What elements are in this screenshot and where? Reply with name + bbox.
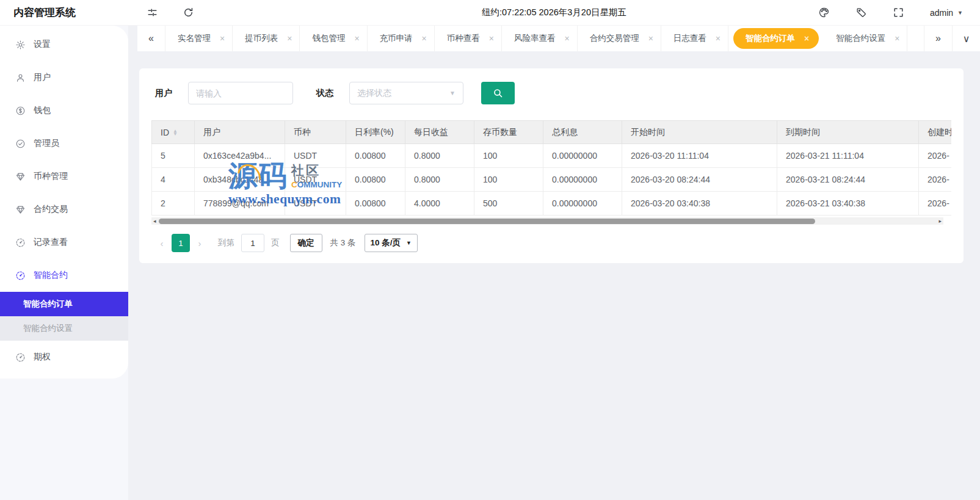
column-header[interactable]: ID▲▼	[152, 121, 195, 144]
user-icon	[15, 73, 26, 83]
tabs-collapse-right-icon[interactable]: »	[924, 26, 952, 51]
tab-item[interactable]: 钱包管理×	[300, 26, 367, 51]
table-row[interactable]: 40xb348cbc1c4a...USDT0.008000.80001000.0…	[152, 168, 952, 192]
fullscreen-icon[interactable]	[893, 7, 904, 18]
tab-label: 日志查看	[673, 33, 706, 44]
sidebar-item-settings[interactable]: 设置	[0, 28, 128, 61]
sidebar-item-contract-trade[interactable]: 合约交易	[0, 193, 128, 226]
clock-icon	[15, 352, 26, 363]
sidebar-item-label: 用户	[34, 72, 51, 83]
column-header: 日利率(%)	[346, 121, 405, 144]
tab-label: 提币列表	[245, 33, 278, 44]
table-cell: 0.8000	[405, 168, 474, 192]
close-icon[interactable]: ×	[564, 34, 569, 43]
scrollbar-thumb[interactable]	[159, 219, 815, 224]
menu-fold-icon[interactable]	[147, 7, 158, 18]
app-logo: 内容管理系统	[0, 0, 128, 26]
page-number-button[interactable]: 1	[172, 234, 190, 252]
close-icon[interactable]: ×	[648, 34, 653, 43]
status-select-placeholder: 选择状态	[357, 88, 391, 99]
table-cell: 500	[474, 192, 543, 216]
tab-item[interactable]: 智能合约设置×	[824, 26, 907, 51]
table-cell: USDT	[285, 168, 346, 192]
tab-label: 合约交易管理	[590, 33, 639, 44]
total-count-label: 共 3 条	[330, 237, 356, 248]
next-page-icon[interactable]: ›	[192, 238, 208, 248]
sort-icon[interactable]: ▲▼	[173, 130, 178, 136]
tab-item[interactable]: 提币列表×	[233, 26, 300, 51]
sidebar-item-records[interactable]: 记录查看	[0, 226, 128, 259]
column-header: 存币数量	[474, 121, 543, 144]
tab-label: 实名管理	[178, 33, 211, 44]
gear-icon	[15, 40, 26, 50]
column-header-label: 存币数量	[483, 127, 517, 137]
sidebar-subitem[interactable]: 智能合约订单	[0, 292, 128, 316]
tabs-collapse-left-icon[interactable]: «	[137, 26, 165, 51]
close-icon[interactable]: ×	[287, 34, 292, 43]
close-icon[interactable]: ×	[354, 34, 359, 43]
sidebar-item-users[interactable]: 用户	[0, 61, 128, 94]
sidebar-item-wallet[interactable]: 钱包	[0, 94, 128, 127]
column-header-label: ID	[161, 128, 169, 137]
table-body: 50x163ce42a9b4...USDT0.008000.80001000.0…	[152, 144, 952, 216]
prev-page-icon[interactable]: ‹	[154, 238, 170, 248]
tab-item[interactable]: 合约交易管理×	[578, 26, 661, 51]
table-row[interactable]: 2778899@qq.comUSDT0.008004.00005000.0000…	[152, 192, 952, 216]
table-cell: 0.00800	[346, 192, 405, 216]
tab-item[interactable]: 智能合约订单×	[733, 28, 819, 49]
scroll-left-icon[interactable]: ◂	[153, 219, 156, 224]
status-filter-select[interactable]: 选择状态 ▼	[349, 82, 463, 104]
tabs-list: 实名管理×提币列表×钱包管理×充币申请×币种查看×风险率查看×合约交易管理×日志…	[165, 26, 907, 51]
column-header: 每日收益	[405, 121, 474, 144]
table-cell: 2026-03-20 03:40:38	[622, 192, 777, 216]
close-icon[interactable]: ×	[895, 34, 899, 43]
tab-item[interactable]: 充币申请×	[368, 26, 435, 51]
user-menu[interactable]: admin ▼	[930, 8, 963, 18]
username: admin	[930, 8, 953, 18]
table-row[interactable]: 50x163ce42a9b4...USDT0.008000.80001000.0…	[152, 144, 952, 168]
tab-item[interactable]: 币种查看×	[435, 26, 502, 51]
table-cell: 4.0000	[405, 192, 474, 216]
topbar: 纽约:07:22:05 2026年3月20日星期五 admin ▼	[128, 0, 980, 26]
sidebar-item-options[interactable]: 期权	[0, 341, 128, 374]
close-icon[interactable]: ×	[220, 34, 225, 43]
user-filter-input[interactable]	[188, 82, 293, 104]
close-icon[interactable]: ×	[716, 34, 720, 43]
tab-item[interactable]: 实名管理×	[165, 26, 233, 51]
sidebar-item-admins[interactable]: 管理员	[0, 127, 128, 160]
search-button[interactable]	[481, 82, 515, 104]
dollar-circle-icon	[15, 106, 26, 116]
sidebar-subitem[interactable]: 智能合约设置	[0, 316, 128, 341]
tag-icon[interactable]	[855, 7, 867, 18]
confirm-button[interactable]: 确定	[290, 234, 322, 252]
column-header-label: 日利率(%)	[355, 127, 394, 137]
tab-item[interactable]: 风险率查看×	[502, 26, 578, 51]
sidebar-item-coin-manage[interactable]: 币种管理	[0, 160, 128, 193]
goto-page-input[interactable]	[241, 234, 264, 252]
orders-table-wrap: ID▲▼用户币种日利率(%)每日收益存币数量总利息开始时间到期时间创建时间 50…	[151, 120, 951, 216]
main-content: 用户 状态 选择状态 ▼ ID▲▼用户币种日利率(%)每日收益存币数量总利息	[128, 51, 980, 500]
refresh-icon[interactable]	[183, 7, 194, 18]
sidebar-item-label: 期权	[34, 352, 51, 363]
table-cell: 0.8000	[405, 144, 474, 168]
column-header: 到期时间	[777, 121, 919, 144]
table-header-row: ID▲▼用户币种日利率(%)每日收益存币数量总利息开始时间到期时间创建时间	[152, 121, 952, 144]
table-cell: USDT	[285, 192, 346, 216]
search-icon	[492, 87, 504, 99]
scroll-right-icon[interactable]: ▸	[938, 219, 942, 224]
tab-label: 充币申请	[380, 33, 413, 44]
table-cell: 5	[152, 144, 195, 168]
horizontal-scrollbar[interactable]: ◂ ▸	[151, 217, 943, 225]
tab-item[interactable]: 日志查看×	[661, 26, 728, 51]
close-icon[interactable]: ×	[422, 34, 427, 43]
orders-table: ID▲▼用户币种日利率(%)每日收益存币数量总利息开始时间到期时间创建时间 50…	[151, 120, 951, 216]
close-icon[interactable]: ×	[804, 34, 809, 43]
tabs-dropdown-icon[interactable]: ∨	[952, 26, 980, 51]
column-header: 币种	[285, 121, 346, 144]
pagination: ‹ 1 › 到第 页 确定 共 3 条 10 条/页 ▼	[154, 234, 951, 252]
sidebar-item-smart-contract[interactable]: 智能合约	[0, 259, 128, 292]
page-size-select[interactable]: 10 条/页 ▼	[365, 234, 418, 252]
tabs-right-controls: » ∨	[924, 26, 980, 51]
palette-icon[interactable]	[818, 7, 830, 18]
close-icon[interactable]: ×	[489, 34, 494, 43]
